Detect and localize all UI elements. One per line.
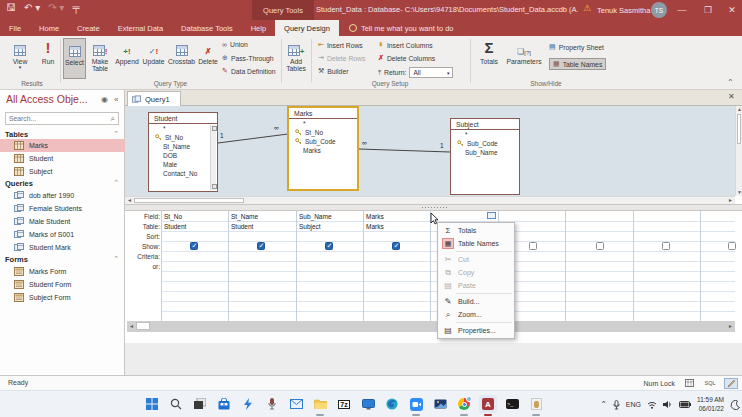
document-tab-query1[interactable]: Query1 (127, 91, 181, 106)
collapse-section-icon[interactable]: ⌃ (113, 130, 119, 139)
collapse-ribbon-icon[interactable]: ⌃ (727, 78, 734, 87)
battery-icon[interactable] (679, 401, 691, 408)
show-checkbox[interactable] (596, 242, 604, 250)
nav-item-subject-table[interactable]: Subject (0, 165, 125, 178)
terminal-button[interactable]: >_ (503, 395, 521, 413)
field-asterisk[interactable]: * (149, 124, 217, 133)
seven-zip-button[interactable]: 7z (335, 395, 353, 413)
field-st-name[interactable]: St_Name (149, 142, 217, 151)
return-dropdown[interactable]: All▾ (409, 67, 453, 78)
nav-item-query[interactable]: Female Students (0, 202, 125, 215)
select-query-button[interactable]: Select (63, 38, 86, 79)
datasheet-view-button[interactable] (682, 378, 696, 389)
grid-horizontal-scrollbar[interactable]: ◄ ► (127, 321, 735, 332)
nav-item-form[interactable]: Subject Form (0, 291, 125, 304)
pane-splitter[interactable] (125, 204, 742, 211)
nav-item-marks-table[interactable]: Marks (0, 139, 125, 152)
close-document-icon[interactable]: ✕ (728, 92, 735, 101)
field-sub-name[interactable]: Sub_Name (451, 148, 519, 157)
scrollbar-thumb[interactable] (737, 114, 741, 144)
scroll-up-icon[interactable]: ▲ (737, 107, 742, 112)
file-explorer-button[interactable] (311, 395, 329, 413)
tell-me-box[interactable]: Tell me what you want to do (339, 24, 454, 33)
delete-columns-button[interactable]: ✗ Delete Columns (378, 54, 435, 62)
tray-microphone-icon[interactable] (613, 400, 620, 410)
language-indicator[interactable]: ENG (626, 401, 641, 408)
wifi-icon[interactable] (647, 401, 657, 409)
lightning-app-button[interactable] (239, 395, 257, 413)
tab-file[interactable]: File (0, 20, 30, 36)
tab-create[interactable]: Create (68, 20, 109, 36)
grid-table-cell[interactable]: Student (164, 223, 186, 230)
view-button[interactable]: View▾ (8, 38, 32, 70)
movies-tv-button[interactable] (431, 395, 449, 413)
scrollbar-thumb[interactable] (134, 198, 244, 203)
field-list-subject[interactable]: Subject * Sub_Code Sub_Name (450, 118, 520, 195)
media-app-button[interactable] (527, 395, 545, 413)
union-button[interactable]: ∞ Union (222, 41, 248, 48)
insert-rows-button[interactable]: ⇤ Insert Rows (318, 41, 363, 49)
scroll-right-icon[interactable]: ► (728, 324, 733, 329)
scroll-down-icon[interactable]: ▼ (737, 190, 742, 195)
table-names-button[interactable]: ▦ Table Names (549, 58, 606, 70)
field-list-title[interactable]: Student (149, 113, 217, 124)
access-button[interactable]: A (479, 395, 497, 413)
nav-item-form[interactable]: Marks Form (0, 265, 125, 278)
parameters-button[interactable]: ❏[?] Parameters (504, 38, 544, 65)
design-view-button[interactable] (724, 378, 738, 389)
nav-section-forms[interactable]: Forms⌃ (5, 255, 119, 264)
start-button[interactable] (143, 395, 161, 413)
collapse-section-icon[interactable]: ⌃ (113, 179, 119, 188)
insert-columns-button[interactable]: ⇞ Insert Columns (378, 41, 433, 49)
show-checkbox[interactable] (392, 242, 400, 250)
close-button[interactable]: ✕ (720, 0, 742, 20)
grid-field-cell[interactable]: St_No (164, 213, 182, 220)
shutter-bar-icon[interactable]: « (114, 95, 118, 104)
field-asterisk[interactable]: * (289, 119, 357, 128)
menu-item-totals[interactable]: Σ Totals (438, 224, 514, 237)
update-button[interactable]: ✓! Update (141, 38, 166, 65)
grid-table-cell[interactable]: Student (231, 223, 253, 230)
sql-view-button[interactable]: SQL (703, 378, 717, 389)
scroll-left-icon[interactable]: ◄ (129, 324, 134, 329)
nav-section-tables[interactable]: Tables⌃ (5, 130, 119, 139)
nav-item-query[interactable]: Marks of S001 (0, 228, 125, 241)
show-checkbox[interactable] (190, 242, 198, 250)
tab-database-tools[interactable]: Database Tools (172, 20, 242, 36)
tray-chevron-icon[interactable]: ⌃ (600, 400, 607, 409)
field-sub-code[interactable]: Sub_Code (451, 139, 519, 148)
show-checkbox[interactable] (728, 242, 736, 250)
warning-icon[interactable]: ⚠ (583, 3, 591, 13)
taskbar-clock[interactable]: 11:59 AM 06/01/22 (697, 396, 724, 412)
grid-field-cell[interactable]: Marks (366, 213, 384, 220)
nav-item-query[interactable]: dob after 1990 (0, 189, 125, 202)
nav-item-query[interactable]: Student Mark (0, 241, 125, 254)
field-list-title[interactable]: Subject (451, 119, 519, 130)
run-button[interactable]: ! Run (38, 38, 58, 65)
menu-item-properties[interactable]: ▤ Properties... (438, 324, 514, 337)
property-sheet-button[interactable]: ▤ Property Sheet (549, 43, 604, 51)
field-male[interactable]: Male (149, 160, 217, 169)
nav-item-student-table[interactable]: Student (0, 152, 125, 165)
zoom-button[interactable] (407, 395, 425, 413)
tab-home[interactable]: Home (30, 20, 68, 36)
grid-field-cell[interactable]: St_Name (231, 213, 258, 220)
grid-field-cell[interactable]: Sub_Name (299, 213, 332, 220)
scrollbar-thumb[interactable] (136, 322, 150, 330)
menu-item-zoom[interactable]: ⌕ Zoom... (438, 308, 514, 321)
make-table-button[interactable]: ! Make Table (88, 38, 112, 72)
microsoft-store-button[interactable] (215, 395, 233, 413)
undo-icon[interactable]: ↶ ▾ (24, 2, 40, 13)
minimize-button[interactable]: — (670, 0, 694, 20)
show-checkbox[interactable] (325, 242, 333, 250)
field-st-no[interactable]: St_No (289, 128, 357, 137)
focused-cell-indicator[interactable] (487, 212, 496, 219)
edge-button[interactable] (383, 395, 401, 413)
maximize-button[interactable]: ❐ (696, 0, 720, 20)
moon-icon[interactable] (730, 400, 740, 410)
nav-item-query[interactable]: Male Student (0, 215, 125, 228)
save-icon[interactable]: 🖫 (6, 2, 16, 13)
add-tables-button[interactable]: + Add Tables (284, 38, 308, 72)
show-checkbox[interactable] (529, 242, 537, 250)
grid-table-cell[interactable]: Marks (366, 223, 384, 230)
